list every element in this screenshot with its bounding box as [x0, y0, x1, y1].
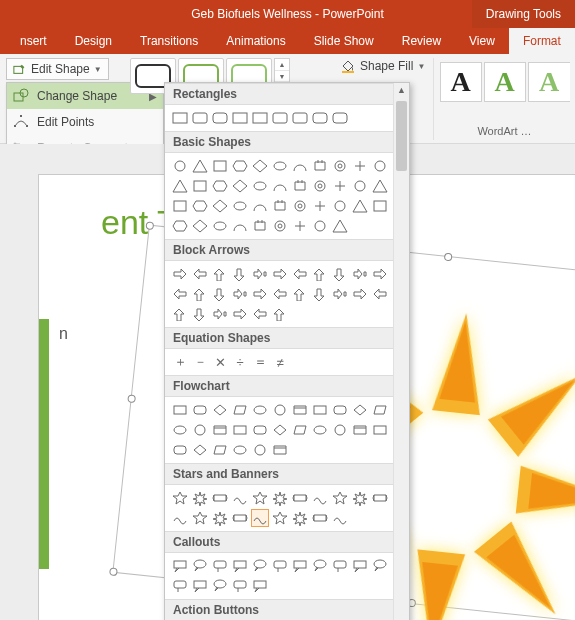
tab-transitions[interactable]: Transitions	[126, 28, 212, 54]
tab-animations[interactable]: Animations	[212, 28, 299, 54]
shape-option[interactable]	[251, 109, 269, 127]
shape-option[interactable]	[231, 509, 249, 527]
shape-option[interactable]	[311, 157, 329, 175]
shape-option[interactable]	[211, 401, 229, 419]
shape-option[interactable]	[171, 217, 189, 235]
shape-option[interactable]	[191, 305, 209, 323]
shape-option[interactable]	[271, 421, 289, 439]
shape-option[interactable]	[211, 305, 229, 323]
shape-option[interactable]	[191, 177, 209, 195]
shape-option[interactable]	[371, 557, 389, 575]
shape-option[interactable]: ÷	[231, 353, 249, 371]
shape-option[interactable]	[191, 157, 209, 175]
shape-option[interactable]	[291, 157, 309, 175]
shape-option[interactable]	[231, 489, 249, 507]
shape-option[interactable]	[191, 285, 209, 303]
shape-option[interactable]	[191, 441, 209, 459]
tab-insert[interactable]: nsert	[6, 28, 61, 54]
shape-option[interactable]	[211, 177, 229, 195]
shape-option[interactable]	[291, 197, 309, 215]
shape-option[interactable]	[251, 509, 269, 527]
tab-view[interactable]: View	[455, 28, 509, 54]
shape-option[interactable]	[231, 305, 249, 323]
shape-option[interactable]	[311, 177, 329, 195]
shape-option[interactable]	[331, 177, 349, 195]
shape-option[interactable]	[371, 157, 389, 175]
shape-option[interactable]	[371, 177, 389, 195]
shape-fill-button[interactable]: Shape Fill ▼	[340, 58, 425, 74]
shape-option[interactable]	[331, 217, 349, 235]
shape-option[interactable]	[171, 489, 189, 507]
shape-option[interactable]	[191, 489, 209, 507]
menu-edit-points[interactable]: Edit Points	[7, 109, 163, 135]
shape-option[interactable]	[351, 401, 369, 419]
shape-option[interactable]	[251, 421, 269, 439]
shape-option[interactable]	[311, 197, 329, 215]
shape-option[interactable]	[171, 265, 189, 283]
wordart-style-2[interactable]: A	[484, 62, 526, 102]
shape-option[interactable]	[351, 421, 369, 439]
shape-option[interactable]	[371, 285, 389, 303]
shape-option[interactable]	[191, 197, 209, 215]
shape-option[interactable]	[251, 401, 269, 419]
shape-option[interactable]	[211, 157, 229, 175]
shape-option[interactable]: ✕	[211, 353, 229, 371]
shape-option[interactable]	[311, 265, 329, 283]
shape-option[interactable]	[331, 509, 349, 527]
shape-option[interactable]	[171, 157, 189, 175]
shape-option[interactable]	[211, 489, 229, 507]
shape-option[interactable]	[211, 557, 229, 575]
shape-option[interactable]	[171, 109, 189, 127]
shape-option[interactable]	[271, 509, 289, 527]
shape-option[interactable]	[251, 577, 269, 595]
shape-option[interactable]	[271, 197, 289, 215]
shape-option[interactable]	[371, 489, 389, 507]
shape-option[interactable]	[351, 157, 369, 175]
shape-option[interactable]	[231, 109, 249, 127]
shape-option[interactable]	[231, 557, 249, 575]
shape-option[interactable]	[251, 265, 269, 283]
shape-option[interactable]	[171, 401, 189, 419]
shape-option[interactable]	[231, 577, 249, 595]
shape-option[interactable]	[211, 265, 229, 283]
shape-option[interactable]	[211, 285, 229, 303]
shape-option[interactable]	[251, 285, 269, 303]
shape-option[interactable]	[291, 401, 309, 419]
shape-option[interactable]	[191, 557, 209, 575]
shape-option[interactable]	[171, 197, 189, 215]
shape-option[interactable]	[311, 401, 329, 419]
shape-option[interactable]	[311, 217, 329, 235]
shape-option[interactable]	[331, 401, 349, 419]
tab-slideshow[interactable]: Slide Show	[300, 28, 388, 54]
shape-option[interactable]	[311, 489, 329, 507]
shape-option[interactable]	[211, 197, 229, 215]
shape-option[interactable]	[231, 177, 249, 195]
shape-option[interactable]	[291, 285, 309, 303]
shape-option[interactable]	[171, 177, 189, 195]
shape-option[interactable]	[171, 557, 189, 575]
shape-option[interactable]	[331, 421, 349, 439]
shape-option[interactable]: ≠	[271, 353, 289, 371]
shape-option[interactable]	[291, 421, 309, 439]
shape-option[interactable]	[231, 421, 249, 439]
wordart-style-3[interactable]: A	[528, 62, 570, 102]
shape-option[interactable]	[271, 441, 289, 459]
tab-design[interactable]: Design	[61, 28, 126, 54]
shape-option[interactable]	[211, 109, 229, 127]
shape-option[interactable]	[271, 557, 289, 575]
shape-option[interactable]	[191, 109, 209, 127]
shape-option[interactable]	[331, 197, 349, 215]
shape-option[interactable]	[231, 217, 249, 235]
shape-option[interactable]	[251, 177, 269, 195]
wordart-style-1[interactable]: A	[440, 62, 482, 102]
shape-option[interactable]: ＋	[171, 353, 189, 371]
shape-option[interactable]	[311, 557, 329, 575]
shape-option[interactable]	[271, 109, 289, 127]
shape-option[interactable]	[231, 285, 249, 303]
shape-option[interactable]	[291, 509, 309, 527]
shape-option[interactable]	[211, 509, 229, 527]
shape-option[interactable]	[171, 421, 189, 439]
shape-option[interactable]	[231, 197, 249, 215]
shape-option[interactable]	[251, 305, 269, 323]
shape-option[interactable]	[291, 265, 309, 283]
